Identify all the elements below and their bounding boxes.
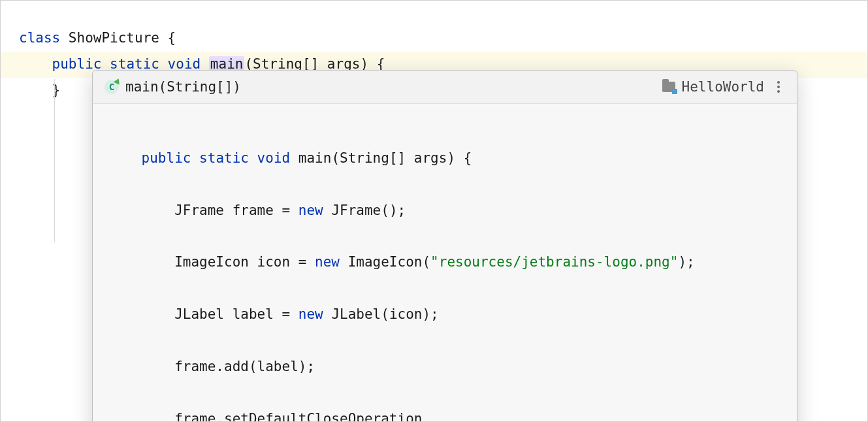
- popup-header-right: HelloWorld: [662, 78, 786, 95]
- code-line[interactable]: class ShowPicture {: [1, 25, 867, 52]
- project-folder-icon: [662, 82, 675, 92]
- popup-code-line: frame.setDefaultCloseOperation: [108, 406, 781, 422]
- keyword-public: public: [52, 56, 102, 72]
- popup-body[interactable]: public static void main(String[] args) {…: [93, 104, 797, 422]
- popup-code-line: ImageIcon icon = new ImageIcon("resource…: [108, 250, 781, 276]
- quick-definition-popup: C main(String[]) HelloWorld public stati…: [92, 70, 797, 422]
- popup-code-line: JLabel label = new JLabel(icon);: [108, 302, 781, 328]
- popup-code-line: public static void main(String[] args) {: [108, 146, 781, 172]
- code-text: ShowPicture {: [60, 30, 176, 46]
- popup-code-line: frame.add(label);: [108, 354, 781, 380]
- popup-code-line: JFrame frame = new JFrame();: [108, 198, 781, 224]
- popup-header: C main(String[]) HelloWorld: [93, 71, 797, 104]
- more-options-icon[interactable]: [771, 78, 786, 95]
- project-name: HelloWorld: [682, 79, 764, 95]
- class-run-icon: C: [104, 80, 119, 94]
- indent-guide: [54, 79, 55, 242]
- indent: [19, 56, 52, 72]
- popup-title: main(String[]): [125, 79, 662, 95]
- code-editor[interactable]: class ShowPicture { public static void m…: [1, 1, 867, 421]
- keyword-class: class: [19, 30, 60, 46]
